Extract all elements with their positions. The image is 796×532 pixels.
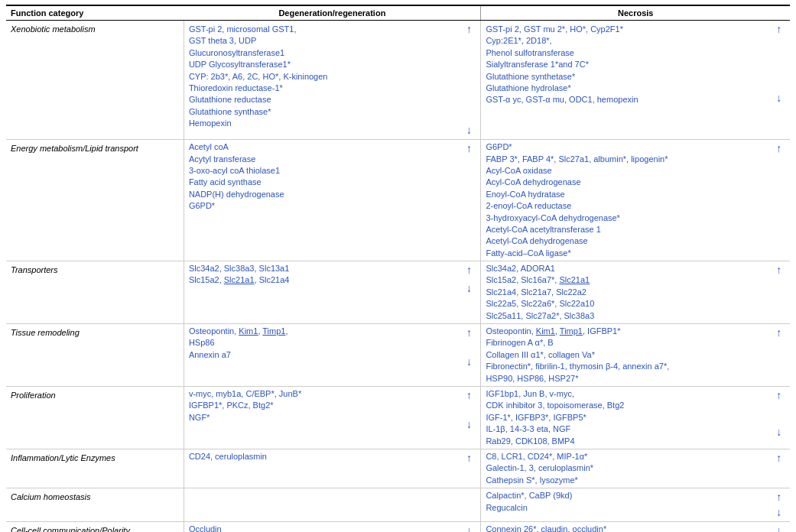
category-cell: Proliferation bbox=[6, 387, 184, 449]
necrosis-genes-cell: GST-pi 2, GST mu 2*, HO*, Cyp2F1*Cyp:2E1… bbox=[481, 21, 768, 140]
necrosis-genes-cell: Calpactin*, CaBP (9kd)Regucalcin bbox=[481, 488, 768, 522]
degen-arrow-cell: ↑↓ bbox=[458, 387, 481, 449]
degen-genes-cell: Osteopontin, Kim1, Timp1,HSp86Annexin a7 bbox=[184, 324, 457, 387]
necrosis-arrow-cell: ↓ bbox=[768, 522, 790, 532]
necrosis-arrow-cell: ↑↓ bbox=[768, 21, 790, 140]
degen-genes-cell: Occludin bbox=[184, 522, 457, 532]
necrosis-arrow-cell: ↑ bbox=[768, 140, 790, 261]
degen-arrow-cell: ↑ bbox=[458, 449, 481, 488]
header-degen: Degeneration/regeneration bbox=[184, 5, 481, 21]
category-cell: Energy metabolism/Lipid transport bbox=[6, 140, 184, 261]
degen-arrow-cell: ↑ bbox=[458, 140, 481, 261]
main-container: Function category Degeneration/regenerat… bbox=[0, 0, 796, 532]
necrosis-arrow-cell: ↑ bbox=[768, 261, 790, 324]
category-cell: Xenobiotic metabolism bbox=[6, 21, 184, 140]
category-cell: Inflammation/Lytic Enzymes bbox=[6, 449, 184, 488]
category-cell: Tissue remodeling bbox=[6, 324, 184, 387]
degen-arrow-cell: ↑↓ bbox=[458, 21, 481, 140]
degen-arrow-cell bbox=[458, 488, 481, 522]
degen-genes-cell: v-myc, myb1a, C/EBP*, JunB*IGFBP1*, PKCz… bbox=[184, 387, 457, 449]
degen-genes-cell: GST-pi 2, microsomal GST1,GST theta 3, U… bbox=[184, 21, 457, 140]
necrosis-genes-cell: Osteopontin, Kim1, Timp1, IGFBP1*Fibrino… bbox=[481, 324, 768, 387]
necrosis-genes-cell: Slc34a2, ADORA1Slc15a2, Slc16a7*, Slc21a… bbox=[481, 261, 768, 324]
necrosis-arrow-cell: ↑ bbox=[768, 449, 790, 488]
necrosis-arrow-cell: ↑ bbox=[768, 324, 790, 387]
necrosis-genes-cell: G6PD*FABP 3*, FABP 4*, Slc27a1, albumin*… bbox=[481, 140, 768, 261]
header-category: Function category bbox=[6, 5, 184, 21]
degen-genes-cell bbox=[184, 488, 457, 522]
necrosis-genes-cell: Connexin 26*, claudin, occludin* bbox=[481, 522, 768, 532]
data-table: Function category Degeneration/regenerat… bbox=[6, 5, 790, 532]
degen-arrow-cell: ↑↓ bbox=[458, 261, 481, 324]
category-cell: Cell-cell communication/Polarity bbox=[6, 522, 184, 532]
degen-genes-cell: CD24, ceruloplasmin bbox=[184, 449, 457, 488]
header-necrosis: Necrosis bbox=[481, 5, 790, 21]
category-cell: Calcium homeostasis bbox=[6, 488, 184, 522]
necrosis-arrow-cell: ↑↓ bbox=[768, 488, 790, 522]
necrosis-arrow-cell: ↑↓ bbox=[768, 387, 790, 449]
necrosis-genes-cell: C8, LCR1, CD24*, MIP-1α*Galectin-1, 3, c… bbox=[481, 449, 768, 488]
degen-genes-cell: Acetyl coAAcytyl transferase3-oxo-acyl c… bbox=[184, 140, 457, 261]
degen-genes-cell: Slc34a2, Slc38a3, Slc13a1Slc15a2, Slc21a… bbox=[184, 261, 457, 324]
degen-arrow-cell: ↓ bbox=[458, 522, 481, 532]
category-cell: Transporters bbox=[6, 261, 184, 324]
necrosis-genes-cell: IGF1bp1, Jun B, v-myc,CDK inhibitor 3, t… bbox=[481, 387, 768, 449]
degen-arrow-cell: ↑↓ bbox=[458, 324, 481, 387]
